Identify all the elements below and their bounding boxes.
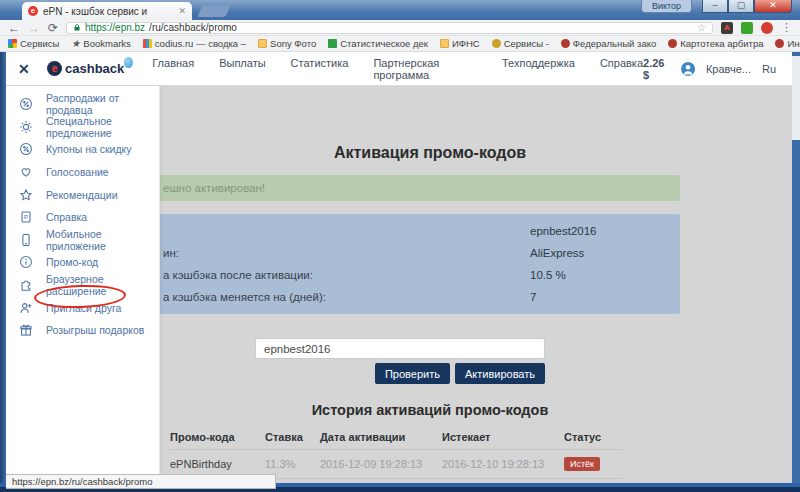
balance[interactable]: 2.26 $ (643, 57, 670, 81)
sidebar-item-recommendations[interactable]: Рекомендации (6, 183, 159, 206)
bookmark-item[interactable]: Федеральный зако (561, 38, 656, 49)
browser-toolbar: ← → ⟳ https://epn.bz/ru/cashback/promo ☆… (0, 20, 800, 36)
activate-button[interactable]: Активировать (455, 363, 545, 384)
tab-close-icon[interactable]: ✕ (178, 6, 186, 16)
browser-tab[interactable]: e ePN - кэшбэк сервис и ✕ (22, 2, 192, 20)
history-expires: 2016-12-10 19:28:13 (442, 458, 564, 470)
nav-support[interactable]: Техподдержка (502, 57, 575, 81)
tab-title: ePN - кэшбэк сервис и (43, 6, 147, 17)
back-icon[interactable]: ← (8, 21, 20, 35)
sidebar-item-invite-friend[interactable]: Пригласи друга (6, 296, 159, 319)
sidebar-item-coupons[interactable]: Купоны на скидку (6, 138, 159, 161)
percent-circle-icon (19, 142, 33, 156)
nav-affiliate[interactable]: Партнерская программа (373, 57, 477, 81)
sidebar-item-help[interactable]: P Справка (6, 206, 159, 229)
sidebar-item-mobile-app[interactable]: Мобильное приложение (6, 229, 159, 252)
refresh-icon[interactable]: ⟳ (48, 21, 58, 35)
history-table: Промо-кода Ставка Дата активации Истекае… (170, 427, 622, 479)
bookmarks-bar: Сервисы ★Bookmarks codius.ru — сводка – … (0, 36, 800, 52)
emblem-icon (561, 39, 570, 48)
emblem-icon (492, 39, 501, 48)
star-icon (19, 188, 33, 202)
extension-pdf-icon[interactable]: A (721, 22, 733, 34)
new-tab-button[interactable] (197, 5, 231, 17)
extension-adblock-icon[interactable] (761, 22, 773, 34)
puzzle-icon (19, 278, 33, 292)
minimize-button[interactable]: – (702, 0, 728, 13)
sidebar-menu: Распродажи от продавца Специальное предл… (6, 86, 160, 474)
lock-icon (73, 23, 81, 32)
browser-menu-icon[interactable]: ⋮ (781, 21, 792, 34)
bookmark-star-icon[interactable]: ☆ (697, 22, 706, 33)
heart-icon (19, 165, 33, 179)
forward-icon[interactable]: → (28, 21, 40, 35)
main-nav: Главная Выплаты Статистика Партнерская п… (152, 57, 643, 81)
close-menu-icon[interactable]: ✕ (18, 61, 41, 77)
nav-payouts[interactable]: Выплаты (219, 57, 265, 81)
success-alert: ешно активирован! (100, 175, 680, 201)
history-activated: 2016-12-09 19:28:13 (320, 458, 442, 470)
url-secure-part: https://epn.bz (85, 22, 145, 33)
site-logo[interactable]: e cashback (47, 61, 124, 76)
bookmark-item[interactable]: ИФНС (440, 38, 480, 49)
folder-icon (440, 39, 449, 48)
bookmark-item[interactable]: Сервисы - (492, 38, 549, 49)
table-header-row: Промо-кода Ставка Дата активации Истекае… (170, 427, 622, 450)
star-icon: ★ (71, 39, 80, 48)
maximize-button[interactable]: ▢ (728, 0, 754, 13)
bookmark-item[interactable]: Статистическое дек (328, 38, 428, 49)
form-buttons: Проверить Активировать (255, 363, 545, 384)
detail-row: epnbest2016 (100, 225, 680, 247)
bookmark-item[interactable]: ★Bookmarks (71, 38, 130, 49)
sidebar-item-gift-raffle[interactable]: Розыгрыш подарков (6, 319, 159, 342)
sidebar-item-promo-code[interactable]: Промо-код (6, 251, 159, 274)
detail-row: а кэшбэка после активации: 10.5 % (100, 269, 680, 291)
promo-code-input[interactable] (255, 338, 545, 359)
scrollbar[interactable] (792, 52, 800, 483)
history-rate: 11.3% (265, 458, 320, 470)
sidebar-item-seller-sales[interactable]: Распродажи от продавца (6, 93, 159, 116)
extension-green-icon[interactable] (741, 22, 753, 34)
profile-button[interactable]: Виктор (641, 0, 692, 13)
promo-details-panel: epnbest2016 ин: AliExpress а кэшбэка пос… (100, 214, 680, 314)
browser-window: e ePN - кэшбэк сервис и ✕ Виктор – ▢ ✕ ←… (0, 0, 800, 492)
emblem-icon (775, 39, 784, 48)
check-button[interactable]: Проверить (375, 363, 450, 384)
svg-text:P: P (24, 214, 28, 221)
browser-titlebar: e ePN - кэшбэк сервис и ✕ Виктор – ▢ ✕ (0, 0, 800, 20)
tab-favicon-icon: e (28, 6, 38, 16)
detail-row: ин: AliExpress (100, 247, 680, 269)
bookmark-item[interactable]: codius.ru — сводка – (143, 38, 246, 49)
folder-icon (258, 39, 267, 48)
store-value: AliExpress (530, 247, 584, 259)
epn-logo-icon: e (47, 61, 62, 76)
sidebar-item-voting[interactable]: Голосование (6, 161, 159, 184)
days-value: 7 (530, 291, 536, 303)
close-window-button[interactable]: ✕ (754, 0, 792, 13)
sidebar-item-special-offer[interactable]: Специальное предложение (6, 116, 159, 139)
bookmark-item[interactable]: Информация о код (775, 38, 800, 49)
info-icon (19, 255, 33, 269)
language-switch[interactable]: Ru (762, 63, 776, 75)
address-bar[interactable]: https://epn.bz/ru/cashback/promo ☆ (66, 22, 713, 34)
status-badge: Истёк (564, 457, 600, 471)
percent-circle-icon (19, 97, 33, 111)
sun-icon (19, 120, 33, 134)
history-title: История активаций промо-кодов (160, 402, 700, 418)
balloon-icon (124, 57, 133, 68)
success-alert-text: ешно активирован! (163, 182, 265, 194)
nav-help[interactable]: Справка (600, 57, 643, 81)
avatar[interactable] (681, 61, 695, 77)
bookmark-item[interactable]: Картотека арбитра (668, 38, 763, 49)
sidebar-item-browser-extension[interactable]: Браузерное расширение (6, 274, 159, 297)
site-icon (328, 39, 337, 48)
scrollbar-thumb[interactable] (792, 56, 800, 140)
nav-statistics[interactable]: Статистика (291, 57, 349, 81)
bookmark-item[interactable]: Sony Фото (258, 38, 316, 49)
bookmark-item[interactable]: Сервисы (8, 38, 59, 49)
document-p-icon: P (19, 210, 33, 224)
site-header: ✕ e cashback Главная Выплаты Статистика … (6, 52, 792, 86)
nav-home[interactable]: Главная (152, 57, 194, 81)
invite-friend-icon (19, 301, 33, 315)
user-name[interactable]: Кравче... (706, 63, 751, 75)
